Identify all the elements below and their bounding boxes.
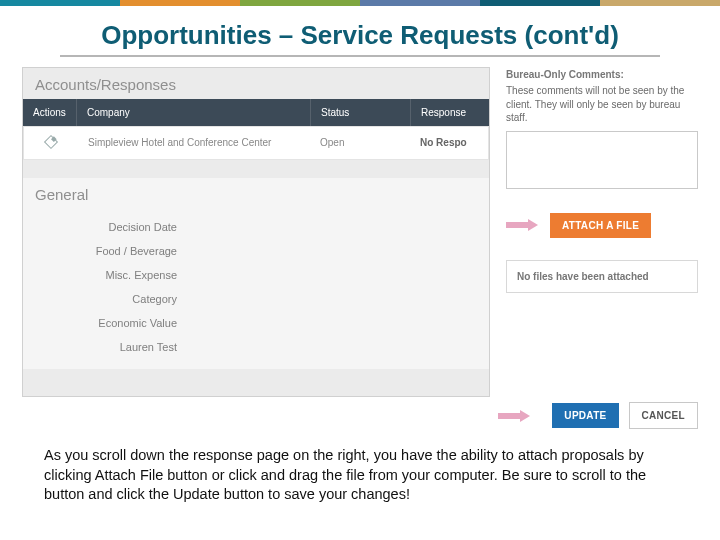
- app-panel-left: Accounts/Responses Actions Company Statu…: [22, 67, 490, 397]
- col-response: Response: [411, 99, 489, 126]
- accent-bar: [0, 0, 720, 6]
- field-category: Category: [23, 287, 191, 311]
- col-company: Company: [77, 99, 311, 126]
- pencil-icon: [44, 135, 58, 149]
- col-status: Status: [311, 99, 411, 126]
- table-header: Actions Company Status Response: [23, 99, 489, 126]
- slide-caption: As you scroll down the response page on …: [44, 446, 676, 505]
- field-lauren-test: Lauren Test: [23, 335, 191, 359]
- field-decision-date: Decision Date: [23, 215, 191, 239]
- col-actions: Actions: [23, 99, 77, 126]
- app-panel-right: Bureau-Only Comments: These comments wil…: [506, 69, 698, 293]
- row-status: Open: [310, 127, 410, 159]
- callout-arrow-icon: [506, 219, 540, 231]
- section-general-header: General: [23, 178, 489, 209]
- table-row: Simpleview Hotel and Conference Center O…: [23, 126, 489, 160]
- bureau-only-comments-textarea[interactable]: [506, 131, 698, 189]
- update-button[interactable]: UPDATE: [552, 403, 618, 428]
- field-food-beverage: Food / Beverage: [23, 239, 191, 263]
- cancel-button[interactable]: CANCEL: [629, 402, 698, 429]
- callout-arrow-icon: [498, 410, 532, 422]
- row-response: No Respo: [410, 127, 488, 159]
- row-company: Simpleview Hotel and Conference Center: [78, 127, 310, 159]
- slide-title: Opportunities – Service Requests (cont'd…: [60, 6, 660, 57]
- row-edit-action[interactable]: [24, 127, 78, 159]
- no-files-message: No files have been attached: [506, 260, 698, 293]
- bureau-only-comments-text: These comments will not be seen by the c…: [506, 84, 698, 125]
- attach-file-button[interactable]: ATTACH A FILE: [550, 213, 651, 238]
- action-row: UPDATE CANCEL: [498, 402, 698, 429]
- field-misc-expense: Misc. Expense: [23, 263, 191, 287]
- bureau-only-comments-title: Bureau-Only Comments:: [506, 69, 698, 80]
- field-economic-value: Economic Value: [23, 311, 191, 335]
- section-accounts-responses-header: Accounts/Responses: [23, 68, 489, 99]
